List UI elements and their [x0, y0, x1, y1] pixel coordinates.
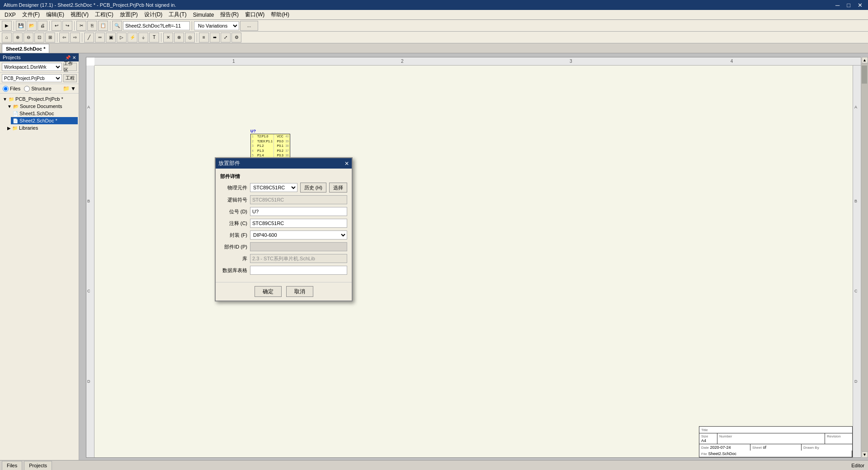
menu-tools[interactable]: 工具(T) — [166, 10, 189, 19]
panel-pin[interactable]: 📌 — [65, 55, 71, 60]
tab-sheet2[interactable]: Sheet2.SchDoc * — [2, 44, 49, 53]
window-controls[interactable]: ─ □ ✕ — [834, 2, 864, 9]
scroll-thumb[interactable] — [862, 66, 867, 84]
menu-edit[interactable]: 编辑(E) — [43, 10, 67, 19]
toolbar-btn-3[interactable]: 📂 — [27, 21, 37, 31]
scroll-down-btn[interactable]: ▼ — [862, 451, 868, 458]
tb2-btn1[interactable]: ⌂ — [2, 33, 12, 42]
workspace-combo[interactable]: Workspace1.DsnWrk — [2, 63, 62, 71]
menu-dxp[interactable]: DXP — [2, 11, 19, 19]
tree-libraries[interactable]: ▶ 📁 Libraries — [5, 124, 78, 132]
tb-size-cell: Size A4 — [699, 433, 717, 444]
toolbar-extra[interactable]: ... — [240, 21, 258, 31]
v-scrollbar[interactable]: ▲ ▼ — [861, 57, 868, 458]
row-marker-d-right: D — [854, 379, 858, 384]
choose-btn[interactable]: 选择 — [329, 183, 347, 193]
tb2-x[interactable]: ⊗ — [174, 33, 184, 42]
project-combo[interactable]: PCB_Project.PrjPcb — [2, 74, 62, 82]
dialog-row-comment: 注释 (C) — [220, 219, 347, 228]
source-folder-icon: 📂 — [13, 104, 19, 109]
logic-symbol-input — [250, 195, 347, 204]
panel-close[interactable]: ✕ — [72, 55, 76, 60]
undo-btn[interactable]: ↩ — [52, 21, 61, 31]
menu-reports[interactable]: 报告(R) — [217, 10, 241, 19]
menu-help[interactable]: 帮助(H) — [268, 10, 292, 19]
tb2-mirror[interactable]: ⬌ — [210, 33, 220, 42]
scroll-track[interactable] — [861, 63, 868, 451]
tb2-btn5[interactable]: ⊞ — [45, 33, 55, 42]
toolbar-btn-4[interactable]: 🖨 — [38, 21, 47, 31]
tree-sheet2[interactable]: 📄 Sheet2.SchDoc * — [11, 117, 78, 124]
project-btn[interactable]: 工程 — [63, 74, 77, 82]
tb-date-value: 2020-07-24 — [710, 445, 731, 450]
tb2-prop[interactable]: ⚙ — [231, 33, 241, 42]
view-combo[interactable] — [123, 21, 190, 30]
sep8 — [161, 33, 161, 42]
menu-project[interactable]: 工程(C) — [92, 10, 116, 19]
menu-view[interactable]: 视图(V) — [68, 10, 91, 19]
designator-input[interactable] — [250, 207, 347, 216]
tb2-bus[interactable]: ═ — [95, 33, 105, 42]
panel-toolbar: Workspace1.DsnWrk 工作区 — [0, 61, 79, 73]
redo-btn[interactable]: ↪ — [62, 21, 72, 31]
tree-project[interactable]: ▼ 📁 PCB_Project.PrjPcb * — [1, 95, 78, 103]
close-btn[interactable]: ✕ — [856, 2, 864, 9]
tb2-comp[interactable]: ▣ — [106, 33, 116, 42]
canvas-area[interactable]: 1 2 3 4 A B C D A B C D — [79, 53, 868, 460]
tb2-net[interactable]: ⚡ — [127, 33, 137, 42]
tb2-gnd[interactable]: ⏚ — [138, 33, 148, 42]
menu-place[interactable]: 放置(P) — [117, 10, 141, 19]
tb2-align[interactable]: ≡ — [199, 33, 209, 42]
cancel-button[interactable]: 取消 — [286, 286, 313, 297]
variations-combo[interactable]: No Variations — [194, 21, 239, 30]
tb2-text[interactable]: T — [149, 33, 159, 42]
tb2-port[interactable]: ▷ — [117, 33, 127, 42]
history-btn[interactable]: 历史 (H) — [300, 183, 326, 193]
toolbar-btn-1[interactable]: ▶ — [2, 21, 12, 31]
panel-title: Projects — [3, 55, 21, 60]
physical-part-combo[interactable]: STC89C51RC — [250, 183, 297, 192]
tb2-btn7[interactable]: ⇨ — [70, 33, 80, 42]
menu-design[interactable]: 设计(D) — [142, 10, 165, 19]
panel-icon1[interactable]: 📁 — [63, 85, 70, 92]
bottom-tab-files[interactable]: Files — [2, 461, 22, 470]
toolbar-btn-2[interactable]: 💾 — [16, 21, 26, 31]
paste-btn[interactable]: 📋 — [98, 21, 108, 31]
menu-window[interactable]: 窗口(W) — [242, 10, 267, 19]
footprint-combo[interactable]: DIP40-600 — [250, 230, 347, 240]
dialog-body: 部件详情 物理元件 STC89C51RC 历史 (H) 选择 逻辑符号 — [216, 169, 352, 282]
bottom-tab-projects[interactable]: Projects — [24, 461, 52, 470]
tb2-sel[interactable]: ◎ — [185, 33, 195, 42]
comment-input[interactable] — [250, 219, 347, 228]
tree-source-docs[interactable]: ▼ 📂 Source Documents — [5, 103, 78, 110]
tb-date-label: Date — [701, 446, 709, 450]
zoom-btn[interactable]: 🔍 — [112, 21, 122, 31]
panel-icon2[interactable]: ▼ — [71, 85, 76, 92]
radio-files[interactable]: Files — [3, 86, 20, 92]
cut-btn[interactable]: ✂ — [76, 21, 86, 31]
tb2-btn3[interactable]: ⊖ — [24, 33, 33, 42]
tree-sheet1[interactable]: 📄 Sheet1.SchDoc — [11, 110, 78, 117]
maximize-btn[interactable]: □ — [845, 2, 852, 9]
scroll-up-btn[interactable]: ▲ — [862, 57, 868, 63]
radio-structure[interactable]: Structure — [24, 86, 52, 92]
menu-simulate[interactable]: Simulate — [190, 11, 217, 19]
tb2-move[interactable]: ⤢ — [221, 33, 231, 42]
library-label: 库 — [220, 255, 247, 262]
copy-btn[interactable]: ⎘ — [87, 21, 97, 31]
workspace-btn[interactable]: 工作区 — [63, 63, 77, 71]
tb2-btn6[interactable]: ⇦ — [59, 33, 69, 42]
db-format-input[interactable] — [250, 266, 347, 275]
tb2-cross[interactable]: ✕ — [163, 33, 173, 42]
dialog-title-bar[interactable]: 放置部件 ✕ — [216, 158, 352, 169]
ok-button[interactable]: 确定 — [255, 286, 282, 297]
tb2-btn4[interactable]: ⊡ — [34, 33, 44, 42]
tb2-btn2[interactable]: ⊕ — [13, 33, 23, 42]
menu-file[interactable]: 文件(F) — [19, 10, 42, 19]
col-marker-3: 3 — [570, 59, 572, 64]
row-marker-b-right: B — [854, 199, 857, 203]
dialog-title: 放置部件 — [218, 160, 240, 167]
dialog-close-btn[interactable]: ✕ — [344, 160, 349, 167]
minimize-btn[interactable]: ─ — [834, 2, 841, 9]
tb2-wire[interactable]: ╱ — [84, 33, 94, 42]
